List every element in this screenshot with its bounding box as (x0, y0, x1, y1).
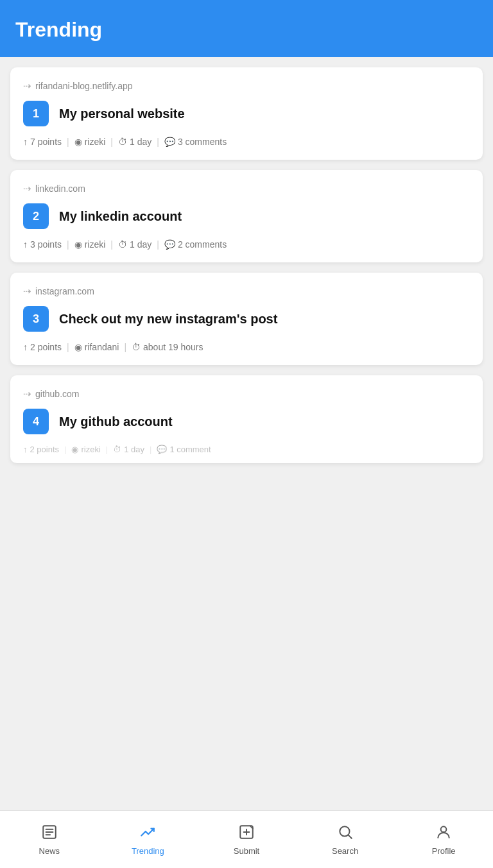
card-url-3: ⇢ instagram.com (23, 285, 470, 297)
trending-card-4[interactable]: ⇢ github.com 4 My github account ↑ 2 poi… (10, 375, 483, 463)
card-meta-2: ↑ 3 points | ◉ rizeki | ⏱ 1 day | 💬 2 co… (23, 239, 470, 250)
trending-icon (139, 824, 156, 843)
trending-card-2[interactable]: ⇢ linkedin.com 2 My linkedin account ↑ 3… (10, 170, 483, 262)
user-icon-3: ◉ (74, 342, 82, 352)
card-main-3: 3 Check out my new instagram's post (23, 306, 470, 332)
upvote-icon-1: ↑ (23, 137, 28, 147)
bottom-nav: News Trending Submit (0, 810, 493, 868)
nav-item-profile[interactable]: Profile (394, 811, 493, 868)
card-url-2: ⇢ linkedin.com (23, 183, 470, 194)
link-icon-4: ⇢ (23, 388, 31, 400)
submit-icon (238, 824, 255, 843)
user-icon-4: ◉ (71, 445, 78, 454)
clock-icon-3: ⏱ (132, 342, 141, 352)
card-title-2: My linkedin account (59, 209, 182, 224)
page-title: Trending (15, 18, 102, 41)
header: Trending (0, 0, 493, 57)
user-icon-1: ◉ (74, 137, 82, 147)
nav-item-news[interactable]: News (0, 811, 99, 868)
card-main-1: 1 My personal website (23, 101, 470, 126)
card-meta-4: ↑ 2 points | ◉ rizeki | ⏱ 1 day | 💬 1 co… (23, 445, 470, 454)
content-area: ⇢ rifandani-blog.netlify.app 1 My person… (0, 57, 493, 810)
profile-icon (435, 824, 452, 843)
profile-label: Profile (432, 846, 456, 856)
upvote-icon-3: ↑ (23, 342, 28, 352)
card-url-1: ⇢ rifandani-blog.netlify.app (23, 80, 470, 92)
news-icon (41, 824, 58, 843)
svg-line-8 (348, 835, 351, 838)
clock-icon-2: ⏱ (118, 239, 127, 250)
card-main-4: 4 My github account (23, 409, 470, 434)
trending-label: Trending (132, 846, 164, 856)
link-icon-2: ⇢ (23, 183, 31, 194)
card-title-1: My personal website (59, 106, 185, 121)
rank-badge-2: 2 (23, 203, 49, 229)
rank-badge-3: 3 (23, 306, 49, 332)
nav-item-search[interactable]: Search (296, 811, 395, 868)
clock-icon-4: ⏱ (113, 445, 121, 454)
card-meta-3: ↑ 2 points | ◉ rifandani | ⏱ about 19 ho… (23, 342, 470, 352)
nav-item-trending[interactable]: Trending (99, 811, 198, 868)
clock-icon-1: ⏱ (118, 137, 127, 147)
link-icon-3: ⇢ (23, 285, 31, 297)
link-icon-1: ⇢ (23, 80, 31, 92)
nav-item-submit[interactable]: Submit (197, 811, 296, 868)
upvote-icon-2: ↑ (23, 239, 28, 250)
news-label: News (39, 846, 60, 856)
search-icon (337, 824, 354, 843)
comment-icon-4: 💬 (157, 445, 167, 454)
svg-point-9 (441, 826, 447, 832)
rank-badge-1: 1 (23, 101, 49, 126)
comment-icon-2: 💬 (164, 239, 175, 250)
user-icon-2: ◉ (74, 239, 82, 250)
card-url-4: ⇢ github.com (23, 388, 470, 400)
comment-icon-1: 💬 (164, 137, 175, 147)
rank-badge-4: 4 (23, 409, 49, 434)
submit-label: Submit (234, 846, 259, 856)
card-meta-1: ↑ 7 points | ◉ rizeki | ⏱ 1 day | 💬 3 co… (23, 137, 470, 147)
card-title-4: My github account (59, 414, 173, 429)
trending-card-3[interactable]: ⇢ instagram.com 3 Check out my new insta… (10, 273, 483, 365)
upvote-icon-4: ↑ (23, 445, 28, 454)
card-title-3: Check out my new instagram's post (59, 312, 277, 327)
search-label: Search (332, 846, 358, 856)
card-main-2: 2 My linkedin account (23, 203, 470, 229)
trending-card-1[interactable]: ⇢ rifandani-blog.netlify.app 1 My person… (10, 67, 483, 160)
